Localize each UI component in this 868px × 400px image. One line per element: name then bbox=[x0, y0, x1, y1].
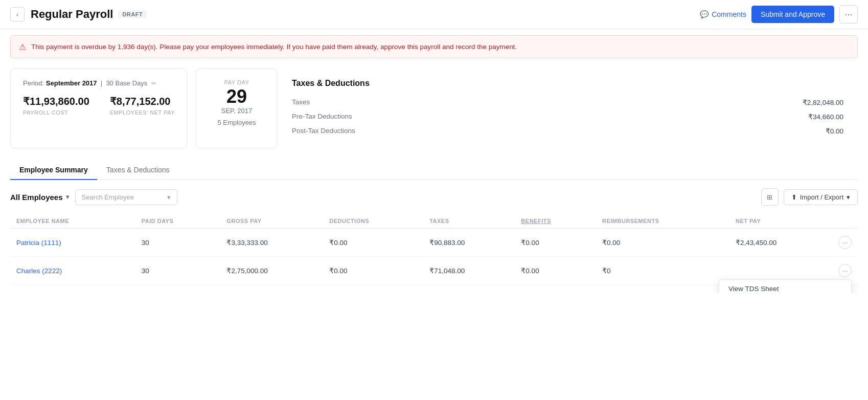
table-toolbar: All Employees ▾ Search Employee ▾ ⊞ ⬆ Im… bbox=[10, 188, 858, 206]
benefits-patricia: ₹0.00 bbox=[515, 229, 596, 257]
deductions-patricia: ₹0.00 bbox=[323, 229, 423, 257]
context-menu-wrapper: ··· View TDS Sheet Unassociate Business … bbox=[838, 264, 852, 277]
posttax-label: Post-Tax Deductions bbox=[292, 127, 355, 135]
pretax-label: Pre-Tax Deductions bbox=[292, 113, 352, 121]
table-row: Patricia (1111) 30 ₹3,33,333.00 ₹0.00 ₹9… bbox=[10, 229, 858, 257]
alert-message: This payment is overdue by 1,936 day(s).… bbox=[31, 43, 517, 51]
all-employees-dropdown[interactable]: All Employees ▾ bbox=[10, 193, 69, 202]
taxes-title: Taxes & Deductions bbox=[292, 79, 843, 88]
taxes-list: Taxes ₹2,82,048.00 Pre-Tax Deductions ₹3… bbox=[292, 95, 843, 138]
gross-pay-charles: ₹2,75,000.00 bbox=[220, 257, 323, 285]
warning-icon: ⚠ bbox=[19, 42, 26, 52]
net-pay-value: ₹8,77,152.00 bbox=[110, 95, 175, 107]
taxes-value: ₹2,82,048.00 bbox=[803, 98, 843, 106]
toolbar-right: ⊞ ⬆ Import / Export ▾ bbox=[761, 188, 858, 206]
context-menu: View TDS Sheet Unassociate Business Reim… bbox=[719, 279, 852, 293]
net-pay-charles: ··· View TDS Sheet Unassociate Business … bbox=[729, 257, 858, 285]
export-chevron-icon: ▾ bbox=[847, 193, 850, 201]
amounts-row: ₹11,93,860.00 PAYROLL COST ₹8,77,152.00 … bbox=[23, 95, 175, 116]
payroll-cost-value: ₹11,93,860.00 bbox=[23, 95, 89, 107]
payroll-cost-card: Period: September 2017 | 30 Base Days ✏ … bbox=[10, 69, 188, 148]
header-actions: 💬 Comments Submit and Approve ··· bbox=[700, 5, 858, 24]
gross-pay-patricia: ₹3,33,333.00 bbox=[220, 229, 323, 257]
period-value: September 2017 bbox=[46, 79, 97, 87]
table-header-row: EMPLOYEE NAME PAID DAYS GROSS PAY DEDUCT… bbox=[10, 214, 858, 229]
employee-name-charles[interactable]: Charles (2222) bbox=[10, 257, 135, 285]
summary-section: Period: September 2017 | 30 Base Days ✏ … bbox=[10, 69, 858, 148]
edit-icon[interactable]: ✏ bbox=[151, 80, 156, 87]
payday-date: 29 bbox=[226, 87, 247, 106]
benefits-charles: ₹0.00 bbox=[515, 257, 596, 285]
taxes-patricia: ₹90,883.00 bbox=[423, 229, 515, 257]
net-pay-label: EMPLOYEES' NET PAY bbox=[110, 109, 175, 116]
tab-taxes-deductions[interactable]: Taxes & Deductions bbox=[97, 161, 179, 180]
col-taxes: TAXES bbox=[423, 214, 515, 229]
col-employee-name: EMPLOYEE NAME bbox=[10, 214, 135, 229]
comments-button[interactable]: 💬 Comments bbox=[700, 10, 746, 18]
paid-days-charles: 30 bbox=[135, 257, 221, 285]
page-title: Regular Payroll bbox=[31, 8, 113, 21]
col-gross-pay: GROSS PAY bbox=[220, 214, 323, 229]
employee-table: EMPLOYEE NAME PAID DAYS GROSS PAY DEDUCT… bbox=[10, 214, 858, 285]
col-benefits: BENEFITS bbox=[515, 214, 596, 229]
menu-item-view-tds[interactable]: View TDS Sheet bbox=[719, 280, 851, 293]
reimbursements-patricia: ₹0.00 bbox=[596, 229, 729, 257]
import-export-button[interactable]: ⬆ Import / Export ▾ bbox=[784, 189, 858, 205]
reimbursements-charles: ₹0 bbox=[596, 257, 729, 285]
period-row: Period: September 2017 | 30 Base Days ✏ bbox=[23, 79, 175, 87]
page-header: ‹ Regular Payroll DRAFT 💬 Comments Submi… bbox=[0, 0, 868, 29]
col-reimbursements: REIMBURSEMENTS bbox=[596, 214, 729, 229]
taxes-deductions-card: Taxes & Deductions Taxes ₹2,82,048.00 Pr… bbox=[278, 69, 858, 148]
posttax-value: ₹0.00 bbox=[826, 127, 843, 135]
draft-badge: DRAFT bbox=[118, 10, 147, 18]
search-placeholder: Search Employee bbox=[82, 193, 134, 201]
pretax-row: Pre-Tax Deductions ₹34,660.00 bbox=[292, 109, 843, 124]
payday-label: PAY DAY bbox=[224, 79, 249, 85]
payroll-cost-label: PAYROLL COST bbox=[23, 109, 89, 116]
taxes-row: Taxes ₹2,82,048.00 bbox=[292, 95, 843, 109]
base-days: 30 Base Days bbox=[106, 79, 147, 87]
overdue-alert: ⚠ This payment is overdue by 1,936 day(s… bbox=[10, 35, 858, 58]
filter-icon: ⊞ bbox=[767, 193, 772, 201]
col-paid-days: PAID DAYS bbox=[135, 214, 221, 229]
chevron-down-icon: ▾ bbox=[66, 193, 69, 201]
table-section: All Employees ▾ Search Employee ▾ ⊞ ⬆ Im… bbox=[0, 180, 868, 293]
row-more-button-patricia[interactable]: ··· bbox=[838, 236, 852, 249]
employee-name-patricia[interactable]: Patricia (1111) bbox=[10, 229, 135, 257]
taxes-charles: ₹71,048.00 bbox=[423, 257, 515, 285]
posttax-row: Post-Tax Deductions ₹0.00 bbox=[292, 124, 843, 138]
tabs-bar: Employee Summary Taxes & Deductions bbox=[10, 161, 858, 180]
row-more-button-charles[interactable]: ··· bbox=[838, 264, 852, 277]
payday-month: SEP, 2017 bbox=[221, 107, 252, 115]
upload-icon: ⬆ bbox=[791, 193, 797, 201]
deductions-charles: ₹0.00 bbox=[323, 257, 423, 285]
pretax-value: ₹34,660.00 bbox=[808, 113, 843, 121]
filter-icon-button[interactable]: ⊞ bbox=[761, 188, 779, 206]
net-pay-block: ₹8,77,152.00 EMPLOYEES' NET PAY bbox=[110, 95, 175, 116]
col-net-pay: NET PAY bbox=[729, 214, 858, 229]
net-pay-patricia: ₹2,43,450.00 ··· bbox=[729, 229, 858, 256]
tab-employee-summary[interactable]: Employee Summary bbox=[10, 161, 97, 180]
comment-icon: 💬 bbox=[700, 10, 709, 18]
table-row: Charles (2222) 30 ₹2,75,000.00 ₹0.00 ₹71… bbox=[10, 257, 858, 285]
payday-card: PAY DAY 29 SEP, 2017 5 Employees bbox=[196, 69, 278, 148]
more-options-button[interactable]: ··· bbox=[839, 5, 858, 24]
search-dropdown-icon: ▾ bbox=[167, 193, 171, 201]
submit-approve-button[interactable]: Submit and Approve bbox=[751, 6, 834, 23]
col-deductions: DEDUCTIONS bbox=[323, 214, 423, 229]
paid-days-patricia: 30 bbox=[135, 229, 221, 257]
filter-label: All Employees bbox=[10, 193, 63, 202]
taxes-label: Taxes bbox=[292, 98, 310, 106]
payroll-cost-block: ₹11,93,860.00 PAYROLL COST bbox=[23, 95, 89, 116]
search-employee-box[interactable]: Search Employee ▾ bbox=[75, 189, 177, 205]
back-button[interactable]: ‹ bbox=[10, 7, 25, 21]
employees-count: 5 Employees bbox=[217, 119, 256, 126]
